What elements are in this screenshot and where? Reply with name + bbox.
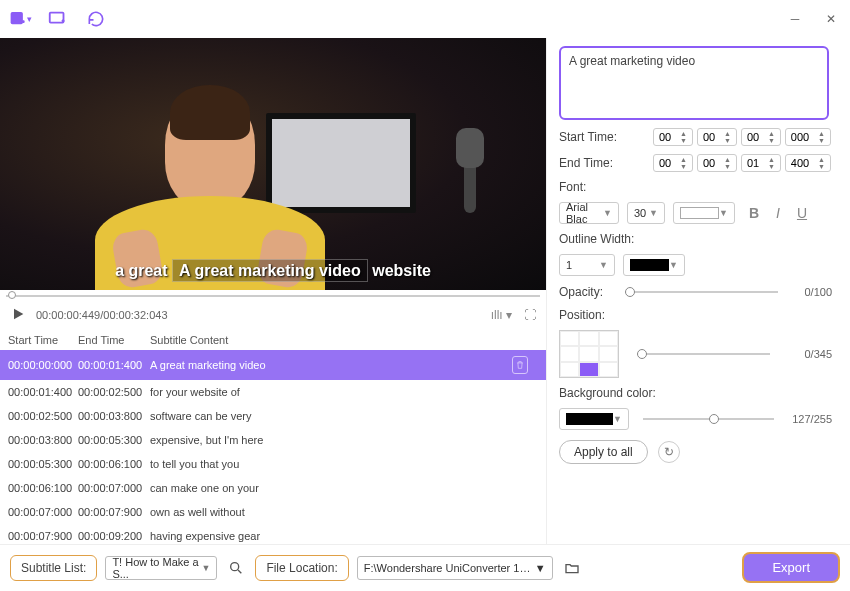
start-hh[interactable]: ▲▼ xyxy=(653,128,693,146)
bold-button[interactable]: B xyxy=(745,205,763,221)
position-label: Position: xyxy=(559,308,832,322)
subtitle-table-body[interactable]: 00:00:00:00000:00:01:400A great marketin… xyxy=(0,350,546,544)
scrub-track[interactable] xyxy=(6,295,540,297)
table-row[interactable]: 00:00:06:10000:00:07:000can make one on … xyxy=(0,476,546,500)
underline-button[interactable]: U xyxy=(793,205,811,221)
search-icon[interactable] xyxy=(225,557,247,579)
outline-width-label: Outline Width: xyxy=(559,232,832,246)
file-location-select[interactable]: F:\Wondershare UniConverter 13\SubEdi▼ xyxy=(357,556,553,580)
table-row[interactable]: 00:00:07:00000:00:07:900own as well with… xyxy=(0,500,546,524)
add-media-button[interactable]: ▾ xyxy=(8,7,32,31)
opacity-value: 0/100 xyxy=(788,286,832,298)
fullscreen-icon[interactable]: ⛶ xyxy=(524,308,536,322)
table-row[interactable]: 00:00:00:00000:00:01:400A great marketin… xyxy=(0,350,546,380)
play-button[interactable] xyxy=(10,306,26,325)
end-mm[interactable]: ▲▼ xyxy=(697,154,737,172)
start-mm[interactable]: ▲▼ xyxy=(697,128,737,146)
table-row[interactable]: 00:00:01:40000:00:02:500for your website… xyxy=(0,380,546,404)
folder-icon[interactable] xyxy=(561,557,583,579)
opacity-slider[interactable] xyxy=(625,284,778,300)
bg-opacity-value: 127/255 xyxy=(788,413,832,425)
position-value: 0/345 xyxy=(788,348,832,360)
table-row[interactable]: 00:00:03:80000:00:05:300expensive, but I… xyxy=(0,428,546,452)
end-hh[interactable]: ▲▼ xyxy=(653,154,693,172)
outline-color-select[interactable]: ▼ xyxy=(623,254,685,276)
opacity-label: Opacity: xyxy=(559,285,615,299)
video-preview[interactable]: a great A great marketing video website xyxy=(0,38,546,290)
end-ss[interactable]: ▲▼ xyxy=(741,154,781,172)
delete-row-icon[interactable] xyxy=(512,356,528,374)
subtitle-list-label: Subtitle List: xyxy=(10,555,97,581)
bg-color-label: Background color: xyxy=(559,386,832,400)
start-ms[interactable]: ▲▼ xyxy=(785,128,831,146)
svg-point-2 xyxy=(231,562,239,570)
end-ms[interactable]: ▲▼ xyxy=(785,154,831,172)
subtitle-table-head: Start Time End Time Subtitle Content xyxy=(0,330,546,350)
svg-rect-0 xyxy=(11,12,23,24)
table-row[interactable]: 00:00:02:50000:00:03:800software can be … xyxy=(0,404,546,428)
end-time-label: End Time: xyxy=(559,156,649,170)
add-screen-button[interactable] xyxy=(46,7,70,31)
bg-opacity-slider[interactable] xyxy=(643,411,774,427)
outline-width-select[interactable]: 1▼ xyxy=(559,254,615,276)
subtitle-list-select[interactable]: T! How to Make a S...▼ xyxy=(105,556,217,580)
timecode: 00:00:00:449/00:00:32:043 xyxy=(36,309,168,321)
position-grid[interactable] xyxy=(559,330,619,378)
start-ss[interactable]: ▲▼ xyxy=(741,128,781,146)
table-row[interactable]: 00:00:07:90000:00:09:200having expensive… xyxy=(0,524,546,544)
scrub-thumb[interactable] xyxy=(8,291,16,299)
start-time-label: Start Time: xyxy=(559,130,649,144)
font-label: Font: xyxy=(559,180,832,194)
file-location-label: File Location: xyxy=(255,555,348,581)
position-bottom-center[interactable] xyxy=(579,362,598,377)
font-size-select[interactable]: 30▼ xyxy=(627,202,665,224)
apply-to-all-button[interactable]: Apply to all xyxy=(559,440,648,464)
svg-rect-1 xyxy=(50,13,64,23)
font-color-select[interactable]: ▼ xyxy=(673,202,735,224)
minimize-button[interactable]: ─ xyxy=(784,8,806,30)
video-subtitle-overlay: a great A great marketing video website xyxy=(0,262,546,280)
position-slider[interactable] xyxy=(637,346,770,362)
italic-button[interactable]: I xyxy=(769,205,787,221)
waveform-icon[interactable]: ıllı ▾ xyxy=(491,308,512,322)
font-family-select[interactable]: Arial Blac▼ xyxy=(559,202,619,224)
reset-button[interactable]: ↻ xyxy=(658,441,680,463)
export-button[interactable]: Export xyxy=(742,552,840,583)
close-button[interactable]: ✕ xyxy=(820,8,842,30)
table-row[interactable]: 00:00:05:30000:00:06:100to tell you that… xyxy=(0,452,546,476)
refresh-media-button[interactable] xyxy=(84,7,108,31)
subtitle-text-input[interactable] xyxy=(559,46,829,120)
bg-color-select[interactable]: ▼ xyxy=(559,408,629,430)
